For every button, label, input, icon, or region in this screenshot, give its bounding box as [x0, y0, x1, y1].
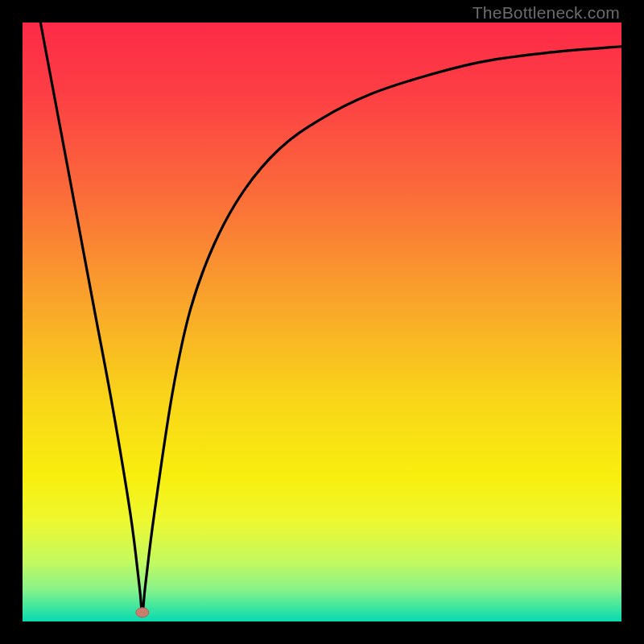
- plot-area: [23, 23, 621, 621]
- gradient-background: [23, 23, 621, 621]
- chart-frame: TheBottleneck.com: [0, 0, 644, 644]
- plot-svg: [23, 23, 621, 621]
- watermark-text: TheBottleneck.com: [473, 3, 620, 23]
- optimum-marker: [136, 608, 149, 617]
